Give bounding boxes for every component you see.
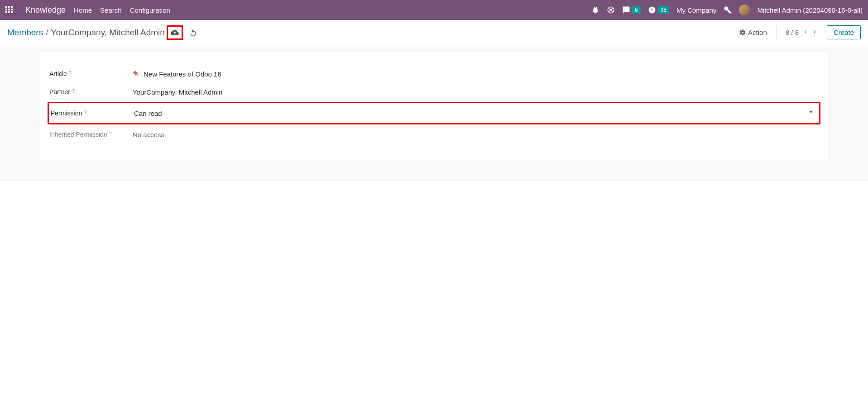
save-highlight-box <box>167 25 183 40</box>
permission-select[interactable]: Can read <box>134 110 817 117</box>
debug-tools-icon[interactable] <box>724 6 732 14</box>
messages-badge: 6 <box>632 6 641 14</box>
chevron-left-icon <box>802 29 809 35</box>
partner-label: Partner ? <box>49 88 133 96</box>
apps-icon[interactable] <box>5 6 14 14</box>
inherited-permission-value: No access <box>133 131 819 139</box>
chevron-right-icon <box>811 29 818 35</box>
bug-icon[interactable] <box>591 6 599 14</box>
breadcrumb: Members / YourCompany, Mitchell Admin <box>7 28 165 38</box>
inherited-permission-label: Inherited Permission ? <box>49 131 133 138</box>
app-brand[interactable]: Knowledge <box>25 5 66 15</box>
field-article: Article ? New Features of Odoo 16 <box>49 65 819 83</box>
help-icon[interactable]: ? <box>69 70 72 76</box>
help-icon[interactable]: ? <box>72 88 75 94</box>
form-card: Article ? New Features of Odoo 16 Partne… <box>38 52 830 160</box>
nav-home[interactable]: Home <box>74 6 92 14</box>
pager-prev-button[interactable] <box>802 29 809 36</box>
gear-icon <box>739 29 746 36</box>
pin-icon <box>131 69 142 79</box>
messages-icon <box>622 6 630 14</box>
field-partner: Partner ? YourCompany, Mitchell Admin <box>49 83 819 101</box>
user-menu[interactable]: Mitchell Admin (20204090-16-0-all) <box>757 6 863 14</box>
discard-icon[interactable] <box>189 29 197 37</box>
cloud-save-icon[interactable] <box>171 29 179 37</box>
control-panel: Members / YourCompany, Mitchell Admin Ac… <box>0 20 868 45</box>
help-icon[interactable]: ? <box>109 131 112 136</box>
avatar[interactable] <box>739 5 750 15</box>
article-label: Article ? <box>49 70 133 77</box>
clock-icon <box>648 6 656 14</box>
support-icon[interactable] <box>607 6 615 14</box>
field-permission: Permission ? Can read <box>51 104 817 122</box>
create-button[interactable]: Create <box>827 25 861 39</box>
activities-indicator[interactable]: 38 <box>648 6 669 14</box>
action-button[interactable]: Action <box>739 29 767 36</box>
nav-search[interactable]: Search <box>100 6 122 14</box>
nav-configuration[interactable]: Configuration <box>130 6 170 14</box>
messages-indicator[interactable]: 6 <box>622 6 641 14</box>
partner-value[interactable]: YourCompany, Mitchell Admin <box>133 88 819 96</box>
chevron-down-icon <box>809 111 814 115</box>
divider <box>776 26 777 39</box>
top-navbar: Knowledge Home Search Configuration 6 38… <box>0 0 868 20</box>
help-icon[interactable]: ? <box>84 110 86 115</box>
pager-next-button[interactable] <box>811 29 818 36</box>
breadcrumb-separator: / <box>46 28 48 38</box>
breadcrumb-current: YourCompany, Mitchell Admin <box>51 28 164 38</box>
form-area: Article ? New Features of Odoo 16 Partne… <box>0 45 868 181</box>
field-inherited-permission: Inherited Permission ? No access <box>49 125 819 143</box>
article-value[interactable]: New Features of Odoo 16 <box>133 70 819 78</box>
permission-label: Permission ? <box>51 110 134 117</box>
permission-highlight-box: Permission ? Can read <box>48 102 820 124</box>
action-label: Action <box>748 29 767 36</box>
breadcrumb-root[interactable]: Members <box>7 28 43 38</box>
activities-badge: 38 <box>658 6 669 14</box>
pager-value[interactable]: 8 / 8 <box>786 29 799 36</box>
company-switcher[interactable]: My Company <box>676 6 716 14</box>
pager: 8 / 8 <box>786 29 818 36</box>
